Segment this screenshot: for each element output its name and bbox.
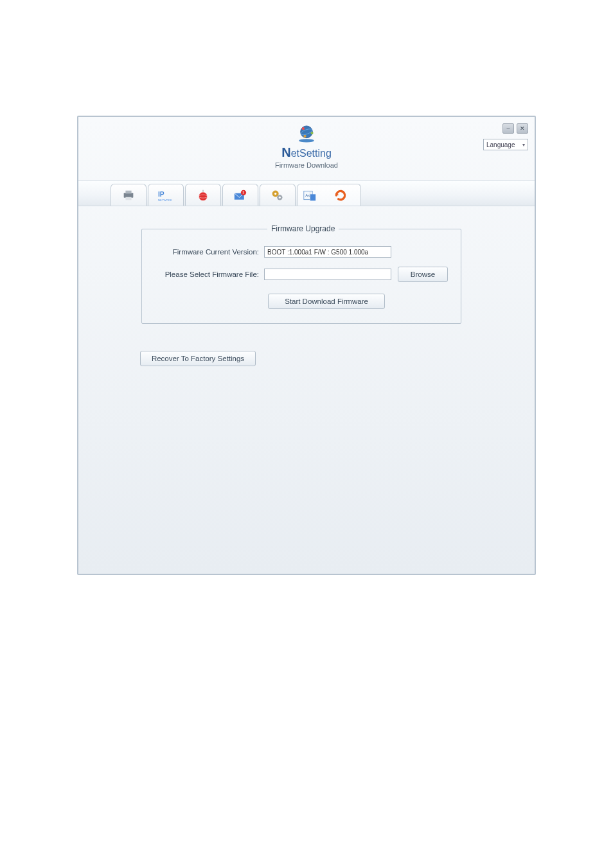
svg-rect-8 (125, 190, 131, 193)
app-title: NetSetting (78, 145, 535, 160)
svg-point-21 (279, 196, 281, 198)
tab-firmware[interactable]: Axy (297, 184, 361, 206)
header: NetSetting Firmware Download (78, 117, 535, 169)
close-icon: ✕ (520, 125, 525, 132)
language-label: Language (486, 141, 515, 148)
refresh-arrow-icon (333, 188, 348, 203)
tab-globe[interactable] (185, 184, 221, 206)
mail-alert-icon: ! (233, 188, 248, 203)
tab-ip-network[interactable]: IPNETWORK (148, 184, 184, 206)
terminal-file-icon: Axy (302, 188, 317, 203)
svg-rect-7 (124, 193, 134, 197)
app-window: – ✕ Language ▾ NetSetting Firmware Downl… (77, 116, 536, 575)
firmware-upgrade-group: Firmware Upgrade Firmware Current Versio… (141, 224, 461, 324)
app-logo-icon (296, 122, 317, 144)
ip-network-icon: IPNETWORK (158, 188, 173, 203)
current-version-value: BOOT :1.000a1 F/W : G500 1.000a (264, 246, 391, 258)
svg-point-19 (274, 192, 276, 194)
globe-icon (195, 188, 211, 203)
select-file-label: Please Select Firmware File: (155, 270, 264, 278)
svg-text:NETWORK: NETWORK (158, 198, 172, 201)
printer-icon (121, 188, 136, 203)
language-dropdown[interactable]: Language ▾ (483, 139, 528, 150)
svg-point-0 (299, 139, 314, 142)
svg-text:IP: IP (158, 190, 164, 197)
recover-factory-button[interactable]: Recover To Factory Settings (140, 351, 256, 366)
gears-icon (270, 188, 285, 203)
close-button[interactable]: ✕ (517, 123, 528, 134)
svg-point-5 (310, 132, 313, 134)
svg-point-4 (302, 127, 305, 130)
current-version-label: Firmware Current Version: (155, 248, 264, 256)
content-area: Firmware Upgrade Firmware Current Versio… (78, 206, 535, 366)
minimize-button[interactable]: – (502, 123, 514, 134)
firmware-legend: Firmware Upgrade (267, 224, 339, 233)
tab-settings[interactable] (260, 184, 296, 206)
chevron-down-icon: ▾ (522, 142, 525, 148)
svg-rect-24 (310, 194, 315, 200)
tab-printer[interactable] (111, 184, 147, 206)
svg-rect-9 (125, 197, 131, 200)
start-download-button[interactable]: Start Download Firmware (268, 294, 385, 309)
page-subtitle: Firmware Download (78, 161, 535, 169)
minimize-icon: – (506, 125, 510, 132)
firmware-file-input[interactable] (264, 269, 391, 280)
svg-point-6 (303, 135, 306, 137)
tab-mail-alert[interactable]: ! (222, 184, 258, 206)
titlebar-controls: – ✕ (502, 123, 528, 134)
svg-text:!: ! (242, 190, 244, 195)
tab-strip: IPNETWORK ! Axy (78, 181, 535, 206)
browse-button[interactable]: Browse (398, 267, 448, 282)
